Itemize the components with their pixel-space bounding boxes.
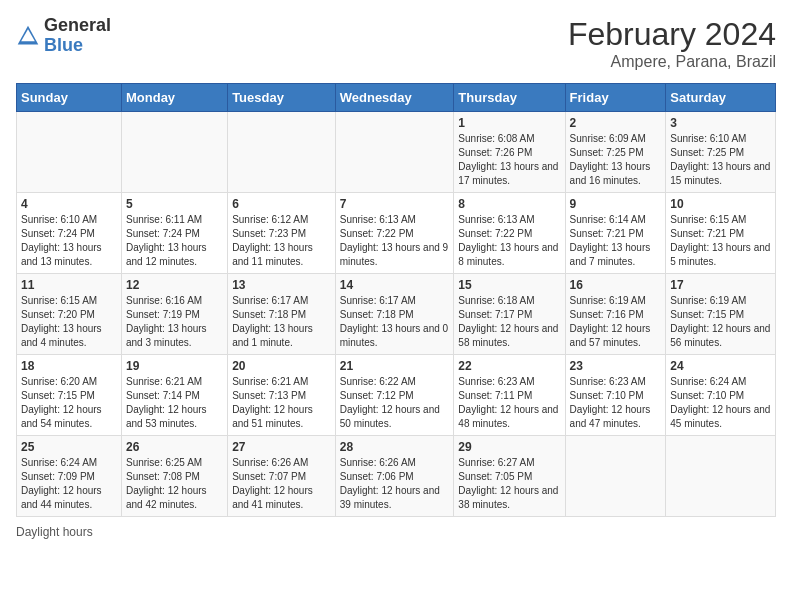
- day-number: 17: [670, 278, 771, 292]
- logo: General Blue: [16, 16, 111, 56]
- calendar-day: 1Sunrise: 6:08 AMSunset: 7:26 PMDaylight…: [454, 112, 565, 193]
- calendar-day: 26Sunrise: 6:25 AMSunset: 7:08 PMDayligh…: [121, 436, 227, 517]
- day-info: Sunrise: 6:15 AMSunset: 7:21 PMDaylight:…: [670, 213, 771, 269]
- calendar-day: 16Sunrise: 6:19 AMSunset: 7:16 PMDayligh…: [565, 274, 666, 355]
- calendar-day: 20Sunrise: 6:21 AMSunset: 7:13 PMDayligh…: [228, 355, 336, 436]
- title-area: February 2024 Ampere, Parana, Brazil: [568, 16, 776, 71]
- calendar-table: SundayMondayTuesdayWednesdayThursdayFrid…: [16, 83, 776, 517]
- day-info: Sunrise: 6:10 AMSunset: 7:24 PMDaylight:…: [21, 213, 117, 269]
- calendar-day: 24Sunrise: 6:24 AMSunset: 7:10 PMDayligh…: [666, 355, 776, 436]
- day-header-tuesday: Tuesday: [228, 84, 336, 112]
- calendar-day: 25Sunrise: 6:24 AMSunset: 7:09 PMDayligh…: [17, 436, 122, 517]
- day-header-monday: Monday: [121, 84, 227, 112]
- calendar-day: 2Sunrise: 6:09 AMSunset: 7:25 PMDaylight…: [565, 112, 666, 193]
- day-number: 22: [458, 359, 560, 373]
- calendar-day: 12Sunrise: 6:16 AMSunset: 7:19 PMDayligh…: [121, 274, 227, 355]
- calendar-day: 15Sunrise: 6:18 AMSunset: 7:17 PMDayligh…: [454, 274, 565, 355]
- calendar-day: 14Sunrise: 6:17 AMSunset: 7:18 PMDayligh…: [335, 274, 454, 355]
- calendar-day: 28Sunrise: 6:26 AMSunset: 7:06 PMDayligh…: [335, 436, 454, 517]
- calendar-day: 8Sunrise: 6:13 AMSunset: 7:22 PMDaylight…: [454, 193, 565, 274]
- day-number: 24: [670, 359, 771, 373]
- day-info: Sunrise: 6:26 AMSunset: 7:07 PMDaylight:…: [232, 456, 331, 512]
- calendar-day: 13Sunrise: 6:17 AMSunset: 7:18 PMDayligh…: [228, 274, 336, 355]
- day-header-sunday: Sunday: [17, 84, 122, 112]
- calendar-week-3: 11Sunrise: 6:15 AMSunset: 7:20 PMDayligh…: [17, 274, 776, 355]
- day-info: Sunrise: 6:26 AMSunset: 7:06 PMDaylight:…: [340, 456, 450, 512]
- calendar-day: 19Sunrise: 6:21 AMSunset: 7:14 PMDayligh…: [121, 355, 227, 436]
- day-info: Sunrise: 6:25 AMSunset: 7:08 PMDaylight:…: [126, 456, 223, 512]
- logo-icon: [16, 24, 40, 48]
- day-header-saturday: Saturday: [666, 84, 776, 112]
- day-info: Sunrise: 6:15 AMSunset: 7:20 PMDaylight:…: [21, 294, 117, 350]
- logo-blue: Blue: [44, 36, 111, 56]
- logo-general: General: [44, 16, 111, 36]
- day-number: 25: [21, 440, 117, 454]
- day-header-friday: Friday: [565, 84, 666, 112]
- day-number: 23: [570, 359, 662, 373]
- header: General Blue February 2024 Ampere, Paran…: [16, 16, 776, 71]
- day-number: 8: [458, 197, 560, 211]
- day-info: Sunrise: 6:21 AMSunset: 7:13 PMDaylight:…: [232, 375, 331, 431]
- day-info: Sunrise: 6:20 AMSunset: 7:15 PMDaylight:…: [21, 375, 117, 431]
- day-info: Sunrise: 6:19 AMSunset: 7:16 PMDaylight:…: [570, 294, 662, 350]
- calendar-day: 9Sunrise: 6:14 AMSunset: 7:21 PMDaylight…: [565, 193, 666, 274]
- calendar-day: 18Sunrise: 6:20 AMSunset: 7:15 PMDayligh…: [17, 355, 122, 436]
- day-number: 2: [570, 116, 662, 130]
- day-number: 9: [570, 197, 662, 211]
- day-info: Sunrise: 6:14 AMSunset: 7:21 PMDaylight:…: [570, 213, 662, 269]
- subtitle: Ampere, Parana, Brazil: [568, 53, 776, 71]
- main-title: February 2024: [568, 16, 776, 53]
- day-info: Sunrise: 6:21 AMSunset: 7:14 PMDaylight:…: [126, 375, 223, 431]
- calendar-day: [335, 112, 454, 193]
- calendar-day: [17, 112, 122, 193]
- day-header-wednesday: Wednesday: [335, 84, 454, 112]
- calendar-day: 21Sunrise: 6:22 AMSunset: 7:12 PMDayligh…: [335, 355, 454, 436]
- day-number: 10: [670, 197, 771, 211]
- day-number: 3: [670, 116, 771, 130]
- day-number: 21: [340, 359, 450, 373]
- day-header-thursday: Thursday: [454, 84, 565, 112]
- day-number: 4: [21, 197, 117, 211]
- day-info: Sunrise: 6:10 AMSunset: 7:25 PMDaylight:…: [670, 132, 771, 188]
- day-number: 18: [21, 359, 117, 373]
- day-number: 16: [570, 278, 662, 292]
- day-info: Sunrise: 6:12 AMSunset: 7:23 PMDaylight:…: [232, 213, 331, 269]
- day-info: Sunrise: 6:24 AMSunset: 7:10 PMDaylight:…: [670, 375, 771, 431]
- day-info: Sunrise: 6:17 AMSunset: 7:18 PMDaylight:…: [340, 294, 450, 350]
- day-number: 27: [232, 440, 331, 454]
- calendar-day: 5Sunrise: 6:11 AMSunset: 7:24 PMDaylight…: [121, 193, 227, 274]
- day-info: Sunrise: 6:23 AMSunset: 7:11 PMDaylight:…: [458, 375, 560, 431]
- day-info: Sunrise: 6:18 AMSunset: 7:17 PMDaylight:…: [458, 294, 560, 350]
- day-number: 12: [126, 278, 223, 292]
- day-info: Sunrise: 6:27 AMSunset: 7:05 PMDaylight:…: [458, 456, 560, 512]
- day-info: Sunrise: 6:23 AMSunset: 7:10 PMDaylight:…: [570, 375, 662, 431]
- calendar-day: [565, 436, 666, 517]
- calendar-day: 23Sunrise: 6:23 AMSunset: 7:10 PMDayligh…: [565, 355, 666, 436]
- day-info: Sunrise: 6:13 AMSunset: 7:22 PMDaylight:…: [458, 213, 560, 269]
- day-info: Sunrise: 6:24 AMSunset: 7:09 PMDaylight:…: [21, 456, 117, 512]
- calendar-day: [228, 112, 336, 193]
- logo-text: General Blue: [44, 16, 111, 56]
- day-number: 1: [458, 116, 560, 130]
- day-info: Sunrise: 6:08 AMSunset: 7:26 PMDaylight:…: [458, 132, 560, 188]
- calendar-day: 3Sunrise: 6:10 AMSunset: 7:25 PMDaylight…: [666, 112, 776, 193]
- calendar-week-5: 25Sunrise: 6:24 AMSunset: 7:09 PMDayligh…: [17, 436, 776, 517]
- calendar-day: 17Sunrise: 6:19 AMSunset: 7:15 PMDayligh…: [666, 274, 776, 355]
- day-number: 6: [232, 197, 331, 211]
- day-number: 7: [340, 197, 450, 211]
- day-number: 14: [340, 278, 450, 292]
- day-number: 5: [126, 197, 223, 211]
- day-info: Sunrise: 6:13 AMSunset: 7:22 PMDaylight:…: [340, 213, 450, 269]
- day-number: 26: [126, 440, 223, 454]
- calendar-day: 6Sunrise: 6:12 AMSunset: 7:23 PMDaylight…: [228, 193, 336, 274]
- calendar-week-2: 4Sunrise: 6:10 AMSunset: 7:24 PMDaylight…: [17, 193, 776, 274]
- calendar-day: [121, 112, 227, 193]
- day-info: Sunrise: 6:17 AMSunset: 7:18 PMDaylight:…: [232, 294, 331, 350]
- day-info: Sunrise: 6:19 AMSunset: 7:15 PMDaylight:…: [670, 294, 771, 350]
- day-number: 29: [458, 440, 560, 454]
- calendar-day: 22Sunrise: 6:23 AMSunset: 7:11 PMDayligh…: [454, 355, 565, 436]
- day-number: 28: [340, 440, 450, 454]
- calendar-day: 27Sunrise: 6:26 AMSunset: 7:07 PMDayligh…: [228, 436, 336, 517]
- calendar-day: 10Sunrise: 6:15 AMSunset: 7:21 PMDayligh…: [666, 193, 776, 274]
- day-info: Sunrise: 6:09 AMSunset: 7:25 PMDaylight:…: [570, 132, 662, 188]
